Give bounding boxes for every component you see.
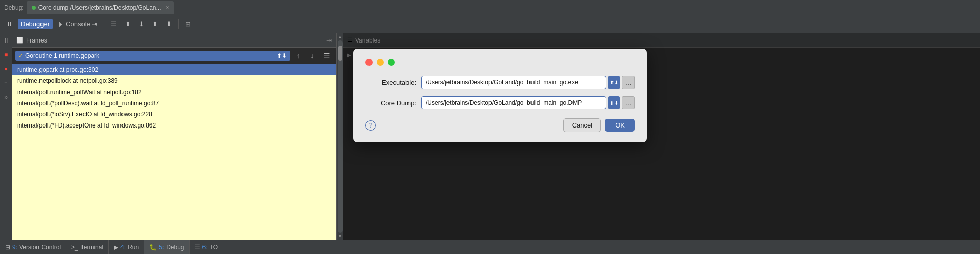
debug-label: Debug: [4,4,24,11]
bottom-bar-item[interactable]: ☰6:TO [190,240,223,254]
traffic-light-green[interactable] [388,59,395,66]
console-icon: ⏵ [58,20,64,28]
debugger-tab[interactable]: Debugger [18,19,53,29]
bottom-item-label: Debug [166,244,184,251]
left-scrollbar[interactable]: ▲ ▼ [336,33,343,240]
goroutine-dropdown[interactable]: ✓ Goroutine 1 runtime.gopark ⬆⬇ [15,51,290,61]
sidebar-pause-icon[interactable]: ⏸ [1,35,11,46]
debug-tab[interactable]: Core dump /Users/jetbrains/Desktop/GoLan… [27,1,174,14]
bottom-item-label: Run [128,244,139,251]
frame-list-item[interactable]: runtime.netpollblock at netpoll.go:389 [12,75,336,87]
toolbar-sep-2 [178,19,179,29]
frame-up-btn[interactable]: ↑ [292,50,304,62]
scroll-down-arrow[interactable]: ▼ [338,234,342,239]
coredump-input[interactable] [421,96,606,109]
console-tab[interactable]: ⏵ Console ⇥ [55,19,100,29]
sidebar-double-arrow-icon[interactable]: » [1,92,11,102]
frame-list: runtime.gopark at proc.go:302runtime.net… [12,64,336,240]
sidebar-record-icon[interactable]: ● [1,64,11,74]
bottom-item-icon: ⊟ [5,244,10,251]
bottom-bar-item[interactable]: ▶4:Run [109,240,144,254]
coredump-input-wrap: ⬆⬇ … [421,96,635,109]
goroutine-label: Goroutine 1 runtime.gopark [25,52,99,59]
bottom-item-label: Version Control [19,244,61,251]
frames-panel: ⬜ Frames ⇥ ✓ Goroutine 1 runtime.gopark … [12,33,336,240]
variables-panel: ☰ Variables ▶Plock={unsafe.Pointer}Preas… [343,33,980,240]
layout-icon-5: ⬇ [166,20,172,28]
console-label: Console [66,20,90,28]
toolbar-sep-1 [104,19,104,29]
pause-icon: ⏸ [6,20,13,28]
dropdown-arrow-icon: ⬆⬇ [277,52,287,59]
executable-ellipsis-btn[interactable]: … [622,76,635,89]
frame-menu-btn[interactable]: ☰ [320,50,333,62]
scroll-track[interactable] [338,40,343,233]
bottom-bar-item[interactable]: ⊟9:Version Control [0,240,66,254]
bottom-item-label: TO [210,244,218,251]
table-btn[interactable]: ⊞ [182,19,194,29]
green-dot-icon [32,6,36,10]
traffic-light-yellow[interactable] [377,59,384,66]
help-button[interactable]: ? [365,120,376,131]
bottom-item-num: 6: [202,244,208,251]
frames-pin-icon[interactable]: ⇥ [326,37,332,44]
executable-input-wrap: ⬆⬇ … [421,76,635,89]
frame-list-item[interactable]: internal/poll.(*pollDesc).wait at fd_pol… [12,98,336,109]
layout-icon-4: ⬆ [152,20,158,28]
bottom-bar-item[interactable]: >_Terminal [66,240,109,254]
layout-btn-5[interactable]: ⬇ [163,19,175,29]
dialog-actions: ? Cancel OK [365,118,635,132]
layout-btn-4[interactable]: ⬆ [149,19,161,29]
main-content: ⏸ ■ ● ≡ » ⬜ Frames ⇥ ✓ Goroutine 1 runti… [0,33,980,240]
frames-label: Frames [26,37,47,44]
bottom-item-icon: >_ [71,244,78,251]
sidebar-stop-icon[interactable]: ■ [1,50,11,60]
bottom-item-label: Terminal [80,244,103,251]
left-sidebar: ⏸ ■ ● ≡ » [0,33,12,240]
table-icon: ⊞ [185,20,191,28]
core-dump-dialog: Executable: ⬆⬇ … Core Dump: ⬆⬇ … [353,49,647,142]
ok-button[interactable]: OK [605,119,635,132]
executable-input[interactable] [421,76,606,89]
frames-icon: ⬜ [16,37,23,44]
frame-list-item[interactable]: runtime.gopark at proc.go:302 [12,64,336,75]
bottom-bar: ⊟9:Version Control>_Terminal▶4:Run🐛5:Deb… [0,240,980,254]
layout-btn-1[interactable]: ☰ [108,19,120,29]
layout-icon-3: ⬇ [139,20,144,28]
bottom-bar-item[interactable]: 🐛5:Debug [144,240,189,254]
frame-list-item[interactable]: internal/poll.(*ioSrv).ExecIO at fd_wind… [12,109,336,120]
cancel-button[interactable]: Cancel [563,118,601,132]
frames-panel-header: ⬜ Frames ⇥ [12,33,336,48]
layout-btn-2[interactable]: ⬆ [122,19,134,29]
scroll-thumb [338,46,342,61]
check-icon: ✓ [18,52,23,59]
sidebar-lines-icon[interactable]: ≡ [1,78,11,88]
executable-dropdown-btn[interactable]: ⬆⬇ [608,76,620,89]
bottom-item-num: 4: [120,244,126,251]
executable-label: Executable: [365,79,416,87]
coredump-ellipsis-btn[interactable]: … [622,96,635,109]
traffic-lights [365,59,635,66]
frame-list-item[interactable]: internal/poll.runtime_pollWait at netpol… [12,87,336,98]
bottom-item-num: 9: [12,244,17,251]
toolbar: ⏸ Debugger ⏵ Console ⇥ ☰ ⬆ ⬇ ⬆ ⬇ ⊞ [0,15,980,33]
frames-toolbar: ✓ Goroutine 1 runtime.gopark ⬆⬇ ↑ ↓ ☰ [12,48,336,64]
traffic-light-red[interactable] [365,59,373,66]
layout-icon-2: ⬆ [125,20,131,28]
debugger-label: Debugger [21,20,50,28]
dialog-overlay: Executable: ⬆⬇ … Core Dump: ⬆⬇ … [343,33,980,240]
frame-down-btn[interactable]: ↓ [306,50,318,62]
bottom-item-icon: ☰ [195,244,200,251]
frame-list-item[interactable]: internal/poll.(*FD).acceptOne at fd_wind… [12,120,336,131]
coredump-dropdown-btn[interactable]: ⬆⬇ [608,96,620,109]
coredump-row: Core Dump: ⬆⬇ … [365,96,635,109]
console-restore-icon: ⇥ [92,20,97,28]
layout-btn-3[interactable]: ⬇ [136,19,147,29]
scroll-up-arrow[interactable]: ▲ [338,34,342,39]
bottom-item-icon: 🐛 [149,244,157,251]
executable-row: Executable: ⬆⬇ … [365,76,635,89]
bottom-item-icon: ▶ [114,244,118,251]
tab-close-icon[interactable]: × [166,5,169,10]
pause-button[interactable]: ⏸ [3,19,16,29]
tab-bar: Debug: Core dump /Users/jetbrains/Deskto… [0,0,980,15]
